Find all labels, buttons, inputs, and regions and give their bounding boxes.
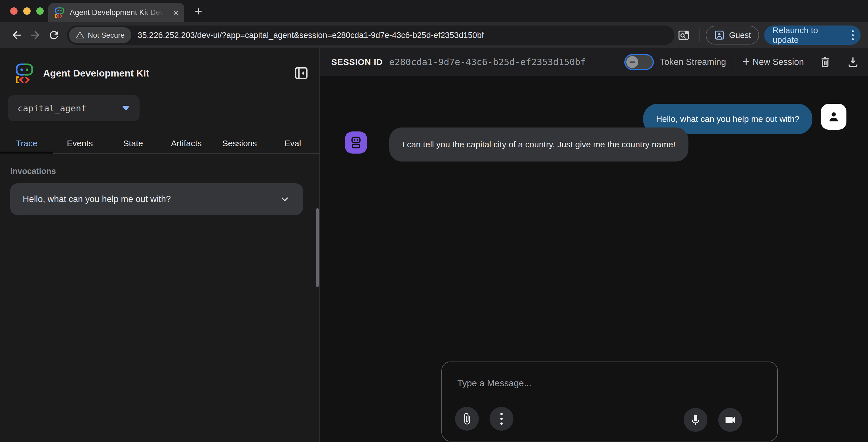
attach-file-button[interactable] [455, 407, 479, 431]
message-row-bot: I can tell you the capital city of a cou… [345, 128, 688, 162]
tab-title: Agent Development Kit Dev UI [70, 8, 163, 17]
toolbar-right: Guest Relaunch to update [674, 26, 861, 45]
url-text[interactable]: 35.226.252.203/dev-ui/?app=capital_agent… [137, 31, 484, 40]
main-pane: SESSION ID e280cda1-9d7e-43c6-b25d-ef235… [320, 48, 868, 442]
sidebar-scrollbar-thumb[interactable] [316, 208, 319, 287]
kebab-menu-icon [500, 413, 503, 425]
invocation-expansion-panel[interactable]: Hello, what can you help me out with? [10, 183, 303, 215]
macos-traffic-lights [10, 7, 44, 15]
minimize-window-button[interactable] [23, 7, 31, 15]
tab-events[interactable]: Events [53, 134, 107, 153]
forward-button[interactable] [26, 26, 44, 44]
person-icon [826, 109, 841, 124]
tab-artifacts[interactable]: Artifacts [160, 134, 213, 153]
browser-toolbar: Not Secure 35.226.252.203/dev-ui/?app=ca… [0, 22, 868, 48]
bot-avatar [345, 132, 367, 154]
paperclip-icon [461, 412, 473, 425]
sidebar-header: Agent Development Kit [0, 48, 319, 84]
address-bar[interactable]: Not Secure 35.226.252.203/dev-ui/?app=ca… [67, 26, 674, 45]
download-icon [846, 56, 860, 69]
adk-logo-icon [13, 62, 35, 84]
profile-label: Guest [729, 31, 751, 40]
tab-state[interactable]: State [106, 134, 160, 153]
tab-close-icon[interactable]: × [173, 8, 179, 17]
trash-icon [819, 56, 832, 69]
toggle-thumb [626, 56, 638, 68]
session-id-label: SESSION ID [331, 57, 383, 67]
export-session-button[interactable] [846, 56, 860, 69]
back-button[interactable] [7, 26, 26, 44]
guest-avatar-icon [714, 30, 725, 41]
not-secure-label: Not Secure [88, 31, 125, 40]
invocation-text: Hello, what can you help me out with? [23, 194, 279, 204]
relaunch-to-update-button[interactable]: Relaunch to update [764, 26, 861, 45]
video-button[interactable] [718, 408, 742, 432]
message-composer[interactable]: Type a Message... [441, 362, 778, 441]
relaunch-label: Relaunch to update [773, 26, 845, 45]
message-input-placeholder[interactable]: Type a Message... [457, 378, 531, 388]
tab-trace[interactable]: Trace [0, 134, 53, 153]
chevron-down-icon [279, 194, 290, 205]
chevron-down-icon [122, 106, 130, 111]
adk-favicon-icon [54, 7, 65, 18]
robot-icon [349, 135, 363, 150]
microphone-button[interactable] [684, 408, 708, 432]
close-window-button[interactable] [10, 7, 18, 15]
warning-icon [76, 31, 84, 39]
microphone-icon [689, 413, 702, 427]
toolbar-separator [699, 29, 700, 42]
agent-select-value: capital_agent [18, 103, 122, 113]
new-tab-button[interactable]: + [194, 3, 202, 19]
more-options-button[interactable] [490, 407, 514, 431]
session-bar-separator [734, 55, 734, 69]
delete-session-button[interactable] [819, 56, 832, 69]
session-header-bar: SESSION ID e280cda1-9d7e-43c6-b25d-ef235… [320, 48, 868, 76]
not-secure-chip[interactable]: Not Secure [69, 27, 131, 43]
app-title: Agent Development Kit [43, 68, 293, 79]
tab-eval[interactable]: Eval [266, 134, 319, 153]
sidebar: Agent Development Kit capital_agent Trac… [0, 48, 320, 442]
session-id-value: e280cda1-9d7e-43c6-b25d-ef2353d150bf [389, 57, 586, 67]
tab-sessions[interactable]: Sessions [213, 134, 266, 153]
user-avatar [821, 104, 846, 130]
search-tabs-icon[interactable] [674, 26, 693, 44]
new-session-button[interactable]: + New Session [742, 56, 804, 68]
profile-button[interactable]: Guest [706, 26, 759, 44]
token-streaming-toggle[interactable] [624, 54, 654, 70]
collapse-panel-icon[interactable] [293, 65, 309, 81]
chat-area: Hello, what can you help me out with? [320, 76, 868, 442]
sidebar-tab-row: Trace Events State Artifacts Sessions Ev… [0, 134, 319, 154]
bot-message-bubble: I can tell you the capital city of a cou… [389, 128, 688, 162]
browser-chrome: Agent Development Kit Dev UI × + Not Sec… [0, 0, 868, 48]
browser-tab[interactable]: Agent Development Kit Dev UI × [48, 3, 184, 22]
browser-tab-strip: Agent Development Kit Dev UI × + [0, 0, 868, 22]
reload-button[interactable] [44, 26, 63, 44]
composer-right-actions [684, 408, 742, 432]
token-streaming-label: Token Streaming [660, 57, 726, 67]
new-session-label: New Session [752, 57, 804, 67]
zoom-window-button[interactable] [36, 7, 44, 15]
plus-icon: + [742, 55, 750, 68]
browser-menu-icon[interactable] [850, 29, 856, 42]
agent-select-dropdown[interactable]: capital_agent [8, 95, 140, 121]
composer-left-actions [455, 407, 514, 431]
invocations-heading: Invocations [10, 167, 319, 176]
video-camera-icon [724, 413, 737, 427]
